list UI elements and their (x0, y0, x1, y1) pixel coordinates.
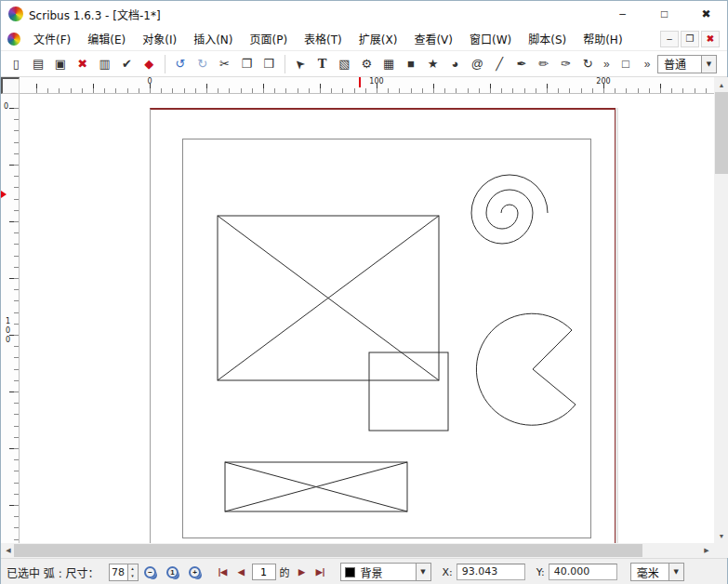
child-restore-button[interactable]: ❐ (681, 31, 699, 47)
menu-item-item[interactable]: 对象(I) (134, 27, 185, 50)
menu-item-help[interactable]: 帮助(H) (575, 27, 630, 50)
page-number-input[interactable] (252, 564, 276, 580)
canvas[interactable] (20, 94, 714, 543)
zoom-in-button[interactable]: + (185, 562, 205, 582)
undo-button[interactable]: ↺ (170, 53, 192, 75)
magnifier-one-icon: 1 (166, 566, 179, 578)
first-page-button[interactable]: |◀ (215, 564, 232, 580)
edit-contents-button[interactable]: □ (615, 53, 637, 75)
image-frame-wide[interactable] (225, 462, 407, 511)
save-document-button[interactable]: ▣ (50, 53, 72, 75)
insert-calligraphic-button[interactable]: ✑ (555, 53, 576, 75)
child-close-button[interactable]: ✖ (701, 31, 720, 47)
zoom-actual-button[interactable]: 1 (163, 562, 183, 582)
square-shape[interactable] (369, 352, 448, 431)
ruler-origin-button[interactable] (1, 77, 20, 94)
scroll-right-button[interactable]: ▶ (699, 543, 714, 558)
cursor-position-marker (359, 77, 361, 87)
copy-button[interactable]: ❐ (236, 53, 258, 75)
insert-table-button[interactable]: ▦ (378, 53, 400, 75)
rotate-item-button[interactable]: ↻ (577, 53, 599, 75)
scribus-window: Scribus 1.6.3 - [文档-1*] – □ ✖ 文件(F) 编辑(E… (0, 0, 728, 584)
menu-item-windows[interactable]: 窗口(W) (461, 27, 520, 50)
ruler-label: 0 (147, 77, 152, 86)
print-document-button[interactable]: ▥ (94, 53, 115, 75)
unit-dropdown[interactable]: 毫米 ▼ (630, 563, 684, 581)
vertical-scrollbar-thumb[interactable] (715, 92, 728, 174)
previous-page-button[interactable]: ◀ (233, 564, 250, 580)
horizontal-scrollbar-thumb[interactable] (14, 544, 642, 557)
close-button[interactable]: ✖ (685, 1, 727, 27)
unit-value: 毫米 (631, 564, 668, 580)
toolbar-overflow-button-2[interactable]: » (640, 53, 655, 75)
maximize-button[interactable]: □ (643, 1, 685, 27)
insert-image-frame-button[interactable]: ▧ (334, 53, 355, 75)
menu-item-script[interactable]: 脚本(S) (520, 27, 575, 50)
document-icon (7, 33, 20, 46)
window-title: Scribus 1.6.3 - [文档-1*] (29, 7, 161, 22)
insert-spiral-button[interactable]: @ (467, 53, 488, 75)
zoom-spinbox[interactable]: 78 ▴ ▾ (109, 564, 139, 581)
insert-shape-button[interactable]: ■ (400, 53, 421, 75)
cut-button[interactable]: ✂ (214, 53, 235, 75)
open-document-button[interactable]: ▤ (28, 53, 49, 75)
arc-shape[interactable] (476, 313, 576, 425)
spin-up-button[interactable]: ▴ (128, 564, 138, 573)
page-of-label: 的 (280, 564, 290, 579)
toolbar-right-group: □ » 普通 ▼ (615, 53, 722, 75)
preview-mode-value: 普通 (658, 56, 701, 72)
toolbar-overflow-button[interactable]: » (600, 53, 614, 75)
next-page-button[interactable]: ▶ (294, 564, 311, 580)
insert-line-button[interactable]: ╱ (489, 53, 510, 75)
insert-arc-button[interactable]: ◕ (444, 53, 466, 75)
layer-dropdown[interactable]: 背景 ▼ (340, 563, 431, 581)
child-minimize-button[interactable]: – (660, 31, 679, 47)
spiral-shape[interactable] (471, 175, 548, 244)
paste-button[interactable]: ❒ (258, 53, 280, 75)
ruler-label: 0 (4, 102, 8, 111)
menu-item-file[interactable]: 文件(F) (25, 27, 79, 50)
menu-item-extras[interactable]: 扩展(X) (351, 27, 406, 50)
vertical-ruler[interactable]: 0 100 (1, 94, 20, 543)
cursor-position-marker (1, 191, 7, 198)
horizontal-ruler[interactable]: 0 100 200 (20, 77, 714, 94)
chevron-down-icon[interactable]: ▼ (668, 564, 683, 580)
preview-mode-dropdown[interactable]: 普通 ▼ (657, 55, 717, 73)
window-controls: – □ ✖ (602, 1, 727, 27)
spin-down-button[interactable]: ▾ (128, 572, 138, 580)
insert-freehand-button[interactable]: ✏ (533, 53, 554, 75)
page-objects-svg (20, 94, 714, 543)
y-coordinate-value: 40.000 (549, 564, 617, 580)
menu-item-edit[interactable]: 编辑(E) (79, 27, 134, 50)
scroll-down-button[interactable]: ▼ (714, 528, 728, 543)
mdi-window-controls: – ❐ ✖ (660, 31, 723, 47)
statusbar: 已选中 弧 : 尺寸： 78 ▴ ▾ − 1 + |◀ ◀ 的 ▶ ▶| 背景 (1, 558, 727, 584)
vertical-scrollbar[interactable]: ▲ ▼ (714, 77, 728, 543)
insert-render-frame-button[interactable]: ⚙ (356, 53, 377, 75)
export-pdf-button[interactable]: ◆ (139, 53, 160, 75)
horizontal-scrollbar[interactable]: ◀ ▶ (1, 543, 714, 558)
toolbar-separator (165, 55, 165, 73)
minimize-button[interactable]: – (602, 1, 643, 27)
new-document-button[interactable]: ▯ (6, 53, 27, 75)
menu-item-table[interactable]: 表格(T) (296, 27, 351, 50)
menu-item-insert[interactable]: 插入(N) (185, 27, 241, 50)
ruler-label: 100 (4, 317, 12, 345)
zoom-out-button[interactable]: − (140, 562, 161, 582)
menu-item-view[interactable]: 查看(V) (405, 27, 461, 50)
insert-polygon-button[interactable]: ★ (422, 53, 443, 75)
scribus-logo-icon (8, 7, 23, 21)
ruler-label: 200 (596, 77, 610, 86)
titlebar: Scribus 1.6.3 - [文档-1*] – □ ✖ (1, 1, 727, 27)
close-document-button[interactable]: ✖ (72, 53, 93, 75)
last-page-button[interactable]: ▶| (312, 564, 329, 580)
image-frame-large[interactable] (218, 216, 439, 380)
redo-button[interactable]: ↻ (192, 53, 213, 75)
preflight-verifier-button[interactable]: ✔ (116, 53, 138, 75)
chevron-down-icon[interactable]: ▼ (416, 564, 430, 580)
x-coordinate-label: X: (443, 566, 453, 578)
insert-bezier-button[interactable]: ✒ (510, 53, 532, 75)
chevron-down-icon[interactable]: ▼ (701, 56, 716, 73)
menu-item-page[interactable]: 页面(P) (241, 27, 296, 50)
scroll-up-button[interactable]: ▲ (714, 77, 728, 92)
